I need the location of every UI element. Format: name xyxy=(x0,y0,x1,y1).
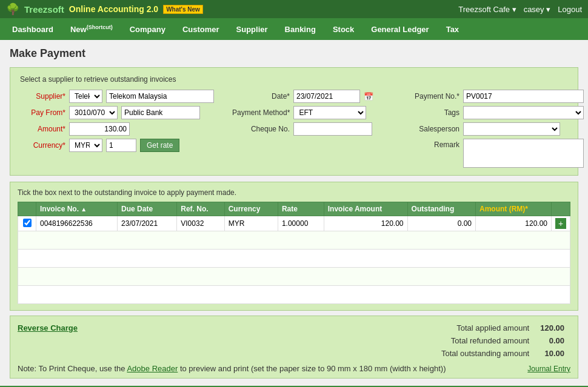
logo-text: Treezsoft xyxy=(24,4,64,15)
pay-from-row: Pay From* 3010/070 xyxy=(20,106,214,119)
payment-method-select[interactable]: EFT xyxy=(293,106,366,119)
pay-from-label: Pay From* xyxy=(20,108,65,117)
col-amount-rm[interactable]: Amount (RM)* xyxy=(475,202,551,216)
row-outstanding: 0.00 xyxy=(407,216,475,231)
cheque-no-row: Cheque No. xyxy=(232,122,384,136)
row-currency: MYR xyxy=(224,216,278,231)
tags-label: Tags xyxy=(402,108,459,117)
add-row-button[interactable]: + xyxy=(555,218,566,229)
row-checkbox-cell[interactable] xyxy=(18,216,36,231)
col-currency[interactable]: Currency xyxy=(224,202,278,216)
amount-input[interactable] xyxy=(69,122,130,136)
nav-general-ledger[interactable]: General Ledger xyxy=(362,19,437,40)
cheque-no-label: Cheque No. xyxy=(232,125,290,133)
cheque-no-input[interactable] xyxy=(293,122,372,136)
nav-banking[interactable]: Banking xyxy=(276,19,324,40)
nav-stock[interactable]: Stock xyxy=(324,19,362,40)
col-rate[interactable]: Rate xyxy=(278,202,324,216)
payment-no-row: Payment No.* xyxy=(402,90,584,103)
salesperson-select[interactable] xyxy=(463,122,560,136)
col-invoice-no[interactable]: Invoice No. ▲ xyxy=(36,202,118,216)
invoice-hint: Tick the box next to the outstanding inv… xyxy=(18,188,570,197)
adobe-reader-link[interactable]: Adobe Reader xyxy=(127,364,178,373)
col-ref-no[interactable]: Ref. No. xyxy=(177,202,224,216)
bottom-section: Reverse Charge Total applied amount 120.… xyxy=(10,316,578,379)
note-row: Note: To Print Cheque, use the Adobe Rea… xyxy=(18,364,570,373)
currency-select[interactable]: MYR xyxy=(69,139,102,152)
remark-label: Remark xyxy=(402,141,459,149)
get-rate-button[interactable]: Get rate xyxy=(140,139,179,152)
currency-label: Currency* xyxy=(20,141,65,150)
reverse-charge-link[interactable]: Reverse Charge xyxy=(18,323,78,332)
remark-textarea[interactable] xyxy=(463,139,584,168)
app-name: Online Accounting 2.0 xyxy=(69,4,158,14)
amount-label: Amount* xyxy=(20,125,65,133)
salesperson-row: Salesperson xyxy=(402,122,584,136)
col-invoice-amount[interactable]: Invoice Amount xyxy=(324,202,407,216)
calendar-icon[interactable]: 📅 xyxy=(364,92,373,101)
sort-arrow-invoice: ▲ xyxy=(81,206,87,213)
company-link[interactable]: Treezsoft Cafe ▾ xyxy=(458,5,516,14)
total-outstanding-value: 10.00 xyxy=(535,348,569,359)
form-panel: Select a supplier to retrieve outstandin… xyxy=(10,67,578,176)
tags-select[interactable] xyxy=(463,106,584,119)
pay-from-bank-input[interactable] xyxy=(121,106,200,119)
date-row: Date* 📅 xyxy=(232,90,384,103)
note-text: Note: To Print Cheque, use the Adobe Rea… xyxy=(18,364,446,373)
bottom-row: Reverse Charge Total applied amount 120.… xyxy=(18,321,570,360)
remark-row: Remark xyxy=(402,139,584,168)
row-rate: 1.00000 xyxy=(278,216,324,231)
summary-table: Total applied amount 120.00 Total refund… xyxy=(435,321,570,360)
logo-icon: 🌳 xyxy=(6,2,19,16)
row-invoice-no: 0048196622536 xyxy=(36,216,118,231)
nav-tax[interactable]: Tax xyxy=(438,19,467,40)
date-input[interactable] xyxy=(293,90,360,103)
payment-method-label: Payment Method* xyxy=(232,108,290,117)
empty-row-1 xyxy=(18,231,570,250)
total-refunded-row: Total refunded amount 0.00 xyxy=(436,335,569,346)
currency-row: Currency* MYR Get rate xyxy=(20,139,214,152)
invoice-section: Tick the box next to the outstanding inv… xyxy=(10,182,578,311)
note-before: Note: To Print Cheque, use the xyxy=(18,364,127,373)
nav-supplier[interactable]: Supplier xyxy=(228,19,276,40)
col-outstanding[interactable]: Outstanding xyxy=(407,202,475,216)
col-add xyxy=(552,202,570,216)
row-add-cell[interactable]: + xyxy=(552,216,570,231)
total-applied-row: Total applied amount 120.00 xyxy=(436,322,569,334)
col-checkbox xyxy=(18,202,36,216)
top-bar-right: Treezsoft Cafe ▾ casey ▾ Logout xyxy=(458,5,582,14)
supplier-select[interactable]: Telekom xyxy=(69,90,102,103)
new-badge[interactable]: What's New xyxy=(163,5,203,14)
payment-method-row: Payment Method* EFT xyxy=(232,106,384,119)
total-outstanding-label: Total outstanding amount xyxy=(436,348,534,359)
payment-no-input[interactable] xyxy=(463,90,584,103)
col-due-date[interactable]: Due Date xyxy=(118,202,177,216)
form-hint: Select a supplier to retrieve outstandin… xyxy=(20,75,568,84)
row-ref-no: VI0032 xyxy=(177,216,224,231)
nav-new[interactable]: New(Shortcut) xyxy=(62,18,121,40)
amount-row: Amount* xyxy=(20,122,214,136)
nav-company[interactable]: Company xyxy=(121,19,174,40)
logout-link[interactable]: Logout xyxy=(558,5,582,14)
supplier-name-input[interactable] xyxy=(106,90,214,103)
supplier-row: Supplier* Telekom xyxy=(20,90,214,103)
journal-entry-link[interactable]: Journal Entry xyxy=(527,365,570,373)
date-label: Date* xyxy=(232,92,290,101)
currency-rate-input[interactable] xyxy=(106,139,136,152)
note-after: to preview and print (set the paper size… xyxy=(178,364,446,373)
total-outstanding-row: Total outstanding amount 10.00 xyxy=(436,348,569,359)
top-bar-left: 🌳 Treezsoft Online Accounting 2.0 What's… xyxy=(6,2,203,16)
pay-from-select[interactable]: 3010/070 xyxy=(69,106,118,119)
nav-customer[interactable]: Customer xyxy=(174,19,228,40)
row-checkbox[interactable] xyxy=(23,219,32,227)
user-link[interactable]: casey ▾ xyxy=(524,5,551,14)
supplier-label: Supplier* xyxy=(20,92,65,101)
total-applied-value: 120.00 xyxy=(535,322,569,334)
row-due-date: 23/07/2021 xyxy=(118,216,177,231)
row-amount-rm: 120.00 xyxy=(475,216,551,231)
salesperson-label: Salesperson xyxy=(402,125,459,133)
row-invoice-amount: 120.00 xyxy=(324,216,407,231)
nav-dashboard[interactable]: Dashboard xyxy=(4,19,62,40)
payment-no-label: Payment No.* xyxy=(402,92,459,101)
invoice-table: Invoice No. ▲ Due Date Ref. No. Currency… xyxy=(18,202,570,304)
